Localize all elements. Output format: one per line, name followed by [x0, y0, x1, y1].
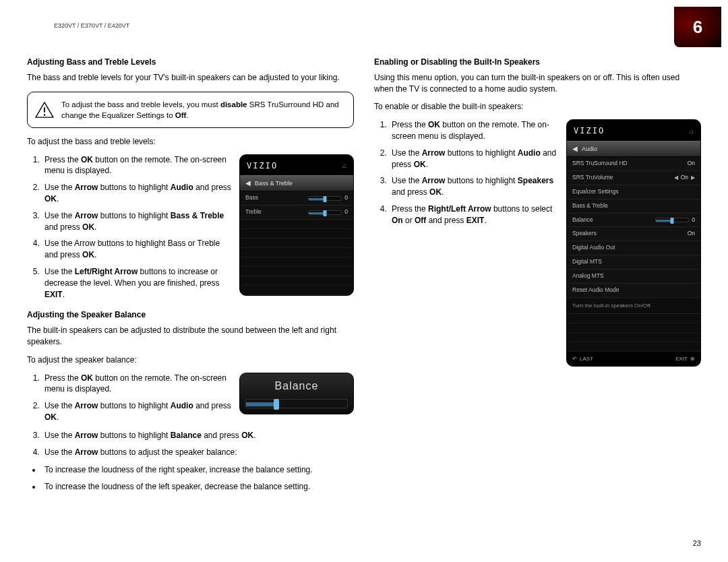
step-item: Use the Arrow buttons to adjust the spea…: [42, 447, 354, 458]
para-bass-intro: The bass and treble levels for your TV's…: [27, 72, 354, 84]
back-arrow-icon: ◀: [245, 179, 251, 188]
header-model-text: E320VT / E370VT / E420VT: [54, 22, 129, 30]
balance-title: Balance: [245, 379, 348, 394]
left-column: Adjusting Bass and Treble Levels The bas…: [27, 20, 354, 499]
tv-menu-bass-treble: VIZIO ⌂ ◀ Bass & Treble Bass 0Treble 0: [239, 154, 354, 296]
warning-box: To adjust the bass and treble levels, yo…: [27, 92, 354, 128]
svg-point-1: [44, 114, 46, 116]
tv-menu-row: Treble 0: [240, 206, 353, 220]
steps-bass-treble: Press the OK button on the remote. The o…: [42, 154, 231, 301]
warning-text: To adjust the bass and treble levels, yo…: [61, 100, 339, 119]
para-speakers-steps-intro: To enable or disable the built-in speake…: [374, 101, 701, 113]
tv-menu-audio: VIZIO ⌂ ◀ Audio SRS TruSurround HDOnSRS …: [566, 119, 701, 367]
step-item: Press the Right/Left Arrow buttons to se…: [389, 204, 558, 226]
balance-slider: [245, 399, 348, 408]
right-column: Enabling or Disabling the Built-In Speak…: [374, 20, 701, 499]
step-item: Press the OK button on the remote. The o…: [389, 119, 558, 142]
step-item: Use the Arrow buttons to highlight Balan…: [42, 430, 354, 441]
back-arrow-icon: ◀: [572, 144, 578, 154]
tv-last-button: ↶ LAST: [572, 355, 593, 363]
steps-speakers: Press the OK button on the remote. The o…: [389, 119, 558, 226]
heading-speaker-balance: Adjusting the Speaker Balance: [27, 309, 354, 321]
tv-menu-row: SRS TruVolume◀ On ▶: [567, 171, 700, 185]
tv-menu-row: Balance 0: [567, 214, 700, 228]
tv-menu-row: Analog MTS: [567, 270, 700, 284]
tv-exit-button: EXIT ⊗: [675, 355, 695, 363]
step-item: Use the Arrow buttons to highlight Audio…: [389, 148, 558, 170]
steps-balance-continued: Use the Arrow buttons to highlight Balan…: [42, 430, 354, 458]
steps-balance: Press the OK button on the remote. The o…: [42, 373, 231, 423]
tv-logo: VIZIO: [247, 160, 278, 172]
step-item: Use the Arrow buttons to highlight Audio…: [42, 400, 231, 423]
tv-breadcrumb: ◀ Audio: [567, 141, 700, 157]
chapter-badge: 6: [674, 7, 721, 47]
tv-menu-row: SpeakersOn: [567, 227, 700, 241]
page-number: 23: [693, 538, 701, 549]
para-speakers-intro: Using this menu option, you can turn the…: [374, 72, 701, 95]
step-item: Use the Arrow buttons to highlight Audio…: [42, 182, 231, 205]
chapter-number: 6: [693, 15, 702, 39]
balance-bullets: To increase the loudness of the right sp…: [42, 464, 354, 493]
tv-hint-text: Turn the built-in speakers On/Off.: [567, 298, 700, 314]
para-bass-steps-intro: To adjust the bass and treble levels:: [27, 136, 354, 148]
tv-menu-row: Equalizer Settings: [567, 185, 700, 199]
tv-menu-row: Bass & Treble: [567, 199, 700, 214]
step-item: Use the Left/Right Arrow buttons to incr…: [42, 266, 231, 300]
step-item: Use the Arrow buttons to highlight Bass …: [42, 238, 231, 261]
home-icon: ⌂: [342, 161, 346, 170]
tv-menu-row: Reset Audio Mode: [567, 284, 700, 298]
step-item: Use the Arrow buttons to highlight Bass …: [42, 210, 231, 233]
step-item: Press the OK button on the remote. The o…: [42, 154, 231, 177]
para-balance-intro: The built-in speakers can be adjusted to…: [27, 325, 354, 348]
step-item: Press the OK button on the remote. The o…: [42, 373, 231, 396]
tv-logo: VIZIO: [574, 125, 605, 137]
tv-menu-row: Digital Audio Out: [567, 241, 700, 255]
bullet-item: To increase the loudness of the right sp…: [42, 464, 354, 476]
home-icon: ⌂: [690, 127, 694, 136]
warning-icon: [34, 101, 55, 119]
tv-menu-row: Bass 0: [240, 191, 353, 206]
heading-speakers: Enabling or Disabling the Built-In Speak…: [374, 57, 701, 68]
tv-menu-row: Digital MTS: [567, 255, 700, 270]
bullet-item: To increase the loudness of the left spe…: [42, 481, 354, 493]
para-balance-steps-intro: To adjust the speaker balance:: [27, 354, 354, 366]
tv-menu-balance: Balance: [239, 373, 354, 414]
heading-bass-treble: Adjusting Bass and Treble Levels: [27, 57, 354, 68]
tv-menu-row: SRS TruSurround HDOn: [567, 157, 700, 171]
tv-footer: ↶ LAST EXIT ⊗: [567, 352, 700, 366]
tv-breadcrumb: ◀ Bass & Treble: [240, 175, 353, 191]
step-item: Use the Arrow buttons to highlight Speak…: [389, 175, 558, 198]
